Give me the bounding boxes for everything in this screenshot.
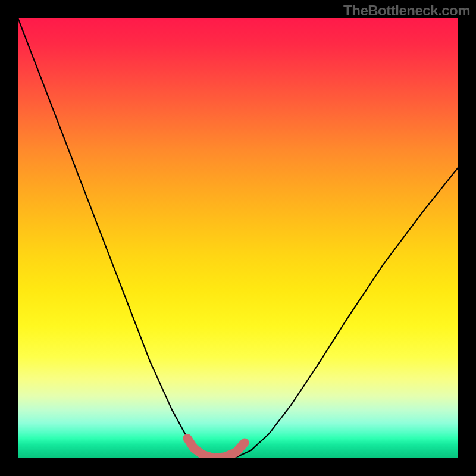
chart-frame: TheBottleneck.com xyxy=(0,0,476,476)
trough-marker xyxy=(187,439,245,458)
watermark-text: TheBottleneck.com xyxy=(343,2,470,19)
bottleneck-curve xyxy=(18,18,458,458)
plot-area xyxy=(18,18,458,458)
curve-overlay xyxy=(18,18,458,458)
